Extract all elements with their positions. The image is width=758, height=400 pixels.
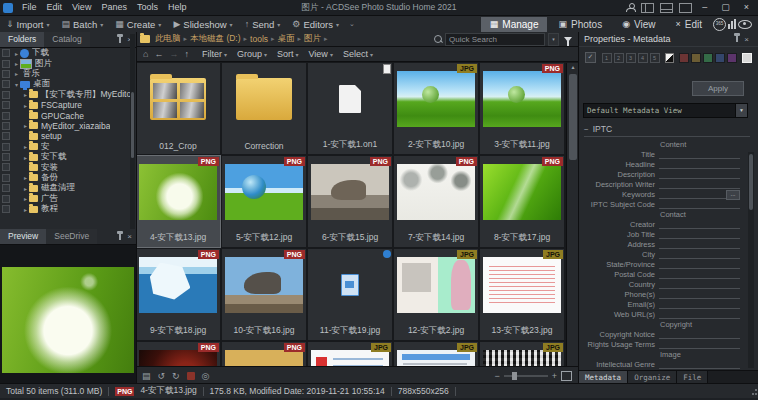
mode-manage-button[interactable]: ▦Manage bbox=[481, 17, 548, 32]
easy-select-indicator[interactable] bbox=[2, 163, 10, 171]
expand-arrow-icon[interactable]: ▸ bbox=[22, 174, 29, 181]
properties-close-icon[interactable]: × bbox=[744, 32, 749, 47]
breadcrumb-item[interactable]: 图片 bbox=[302, 33, 323, 45]
rating-box-2[interactable]: 2 bbox=[614, 53, 624, 63]
thumbnail-item[interactable]: JPG13-安下载23.jpg bbox=[480, 249, 564, 340]
fit-view-icon[interactable] bbox=[561, 371, 572, 381]
tab-seedrive[interactable]: SeeDrive bbox=[46, 229, 97, 244]
rating-box-3[interactable]: 3 bbox=[626, 53, 636, 63]
preview-pin-icon[interactable] bbox=[119, 234, 121, 240]
field-input[interactable] bbox=[659, 200, 740, 209]
layout-2-icon[interactable] bbox=[660, 3, 673, 13]
resize-grip[interactable] bbox=[749, 389, 757, 397]
pin-icon[interactable] bbox=[119, 37, 121, 43]
chevron-down-icon[interactable]: ▼ bbox=[735, 104, 747, 117]
easy-select-indicator[interactable] bbox=[2, 153, 10, 161]
thumbnail-item[interactable]: PNG4-安下载13.jpg bbox=[136, 156, 220, 247]
mode-photos-button[interactable]: ▣Photos bbox=[549, 17, 611, 32]
easy-select-indicator[interactable] bbox=[2, 91, 10, 99]
menu-view[interactable]: View bbox=[67, 0, 96, 15]
folder-row[interactable]: ▸磁盘清理 bbox=[0, 183, 136, 193]
maximize-button[interactable]: ▢ bbox=[717, 0, 734, 15]
folder-row[interactable]: setup bbox=[0, 131, 136, 141]
easy-select-indicator[interactable] bbox=[2, 132, 10, 140]
zoom-out-icon[interactable]: − bbox=[494, 371, 499, 381]
back-icon[interactable]: ← bbox=[152, 49, 165, 59]
easy-select-indicator[interactable] bbox=[2, 195, 10, 203]
expand-arrow-icon[interactable]: ▸ bbox=[22, 143, 29, 150]
expand-arrow-icon[interactable]: ▸ bbox=[13, 60, 20, 67]
layout-1-icon[interactable] bbox=[641, 3, 654, 13]
field-input[interactable] bbox=[659, 290, 740, 299]
expand-arrow-icon[interactable]: ▸ bbox=[22, 206, 29, 213]
field-input[interactable] bbox=[659, 270, 740, 279]
thumbnail-item[interactable]: JPG bbox=[480, 342, 564, 366]
thumbnail-item[interactable]: 1-安下载1.on1 bbox=[308, 63, 392, 154]
field-input[interactable] bbox=[659, 180, 740, 189]
rating-box-4[interactable]: 4 bbox=[638, 53, 648, 63]
expand-arrow-icon[interactable]: ▸ bbox=[22, 154, 29, 161]
thumbnail-item[interactable]: PNG bbox=[136, 342, 220, 366]
color-label-2[interactable] bbox=[691, 53, 701, 63]
mode-edit-button[interactable]: ×Edit bbox=[667, 17, 712, 32]
properties-scrollbar-thumb[interactable] bbox=[749, 154, 753, 210]
expand-arrow-icon[interactable]: ▾ bbox=[13, 81, 20, 88]
easy-select-indicator[interactable] bbox=[2, 143, 10, 151]
menu-tools[interactable]: Tools bbox=[132, 0, 163, 15]
field-input[interactable] bbox=[659, 360, 740, 369]
batch-button[interactable]: ▤Batch▾ bbox=[56, 16, 110, 32]
color-label-5[interactable] bbox=[727, 53, 737, 63]
quick-search-input[interactable] bbox=[445, 33, 545, 46]
breadcrumb-item[interactable]: 此电脑 bbox=[153, 33, 183, 45]
expand-arrow-icon[interactable]: ▸ bbox=[22, 122, 29, 129]
metadata-view-select[interactable]: Default Metadata View ▼ bbox=[583, 103, 748, 118]
menu-sort-dropdown[interactable]: Sort▾ bbox=[272, 49, 304, 59]
thumbnail-item[interactable]: PNG bbox=[222, 342, 306, 366]
breadcrumb-item[interactable]: 桌面 bbox=[276, 33, 297, 45]
easy-select-indicator[interactable] bbox=[2, 174, 10, 182]
thumbnail-item[interactable]: PNG3-安下载11.jpg bbox=[480, 63, 564, 154]
properties-scrollbar[interactable] bbox=[748, 152, 754, 368]
tree-scrollbar-thumb[interactable] bbox=[131, 92, 134, 158]
forward-icon[interactable]: → bbox=[167, 49, 180, 59]
filmstrip-icon[interactable]: ▤ bbox=[142, 371, 151, 381]
color-label-1[interactable] bbox=[679, 53, 689, 63]
folder-row[interactable]: ▸安下载 bbox=[0, 152, 136, 162]
easy-select-indicator[interactable] bbox=[2, 112, 10, 120]
expand-arrow-icon[interactable]: ▸ bbox=[13, 70, 20, 77]
thumbnail-item[interactable]: 012_Crop bbox=[136, 63, 220, 154]
field-input[interactable] bbox=[659, 310, 740, 319]
import-button[interactable]: ⇓Import▾ bbox=[0, 16, 56, 32]
expand-arrow-icon[interactable]: ▸ bbox=[22, 185, 29, 192]
field-input[interactable] bbox=[659, 150, 740, 159]
expand-arrow-icon[interactable]: ▸ bbox=[22, 91, 29, 98]
menu-help[interactable]: Help bbox=[163, 0, 192, 15]
create-button[interactable]: ▦Create▾ bbox=[109, 16, 167, 32]
thumbnail-item[interactable]: JPG bbox=[308, 342, 392, 366]
folder-row[interactable]: ▸音乐 bbox=[0, 69, 136, 79]
mobile-sync-icon[interactable] bbox=[738, 20, 752, 29]
menu-file[interactable]: File bbox=[17, 0, 42, 15]
zoom-slider-thumb[interactable] bbox=[512, 372, 517, 380]
thumbnail-item[interactable]: JPG2-安下载10.jpg bbox=[394, 63, 478, 154]
easy-select-indicator[interactable] bbox=[2, 80, 10, 88]
rotate-right-icon[interactable]: ↻ bbox=[172, 371, 180, 381]
menu-select-dropdown[interactable]: Select▾ bbox=[338, 49, 378, 59]
up-icon[interactable]: ↑ bbox=[182, 49, 191, 59]
toolbar-overflow-icon[interactable]: ⌄ bbox=[345, 20, 359, 28]
search-dropdown-icon[interactable]: ▾ bbox=[548, 33, 559, 46]
menu-filter-dropdown[interactable]: Filter▾ bbox=[197, 49, 232, 59]
folder-row[interactable]: ▸FSCapture bbox=[0, 100, 136, 110]
apply-button[interactable]: Apply bbox=[692, 81, 744, 96]
easy-select-indicator[interactable] bbox=[2, 184, 10, 192]
thumbnail-item[interactable]: JPG12-安下载2.jpg bbox=[394, 249, 478, 340]
thumbnail-item[interactable]: PNG9-安下载18.jpg bbox=[136, 249, 220, 340]
tab-catalog[interactable]: Catalog bbox=[44, 32, 89, 47]
close-button[interactable]: × bbox=[740, 0, 753, 15]
send-button[interactable]: ↑Send▾ bbox=[239, 16, 287, 32]
clear-label-icon[interactable] bbox=[742, 53, 752, 63]
rating-checkbox[interactable]: ✓ bbox=[585, 52, 596, 63]
easy-select-indicator[interactable] bbox=[2, 101, 10, 109]
menu-view-dropdown[interactable]: View▾ bbox=[304, 49, 338, 59]
field-input[interactable] bbox=[659, 280, 740, 289]
